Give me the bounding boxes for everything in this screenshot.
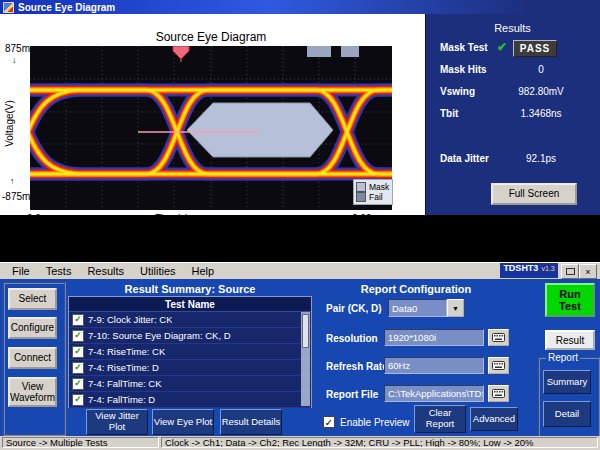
run-test-button[interactable]: Run Test [545,283,595,317]
view-jitter-plot-button[interactable]: View Jitter Plot [86,409,148,435]
result-button[interactable]: Result [545,330,595,350]
sidebar-select-button[interactable]: Select [8,288,57,310]
sidebar-configure-button[interactable]: Configure [8,317,57,339]
pass-check-icon: ✓ [72,394,84,406]
keyboard-icon [492,389,505,398]
report-file-field[interactable]: C:\TekApplications\TDSHT [384,385,484,402]
resolution-field[interactable]: 1920*1080i [384,329,484,346]
y-arrow-up-icon: ↑ [10,176,15,186]
status-config: Clock -> Ch1; Data -> Ch2; Rec Length ->… [161,437,598,448]
y-axis-max: 875m [5,43,30,54]
menu-item[interactable]: Utilities [132,264,183,278]
sidebar-connect-button[interactable]: Connect [8,347,57,369]
tbit-label: Tbit [440,108,458,119]
test-name: 7-4: RiseTime: D [88,362,159,373]
mask-legend-label: Mask [369,182,389,192]
eye-plot-area [30,46,392,210]
resolution-label: Resolution [326,333,378,344]
pass-check-icon: ✔ [497,40,507,54]
app-version-badge: TDSHT3 v1.3 [500,263,558,278]
fail-legend-swatch [356,192,366,202]
sidebar-view-waveform-button[interactable]: View Waveform [8,377,57,407]
pair-value: Data0 [388,299,447,317]
fail-legend-label: Fail [369,192,383,202]
plot-legend: Mask Fail [353,179,393,205]
mask-polygon [187,103,333,157]
close-icon: × [585,267,590,277]
report-file-label: Report File [326,389,378,400]
data-jitter-value: 92.1ps [503,153,579,164]
restore-icon [566,268,575,275]
menu-item[interactable]: Tests [38,264,80,278]
mask-test-label: Mask Test [440,42,488,53]
test-name: 7-10: Source Eye Diagram: CK, D [88,330,231,341]
report-file-keyboard-button[interactable] [488,385,509,402]
eye-plot-panel: Source Eye Diagram 875m ↓ Voltage(V) ↑ -… [0,14,425,215]
mask-hits-value: 0 [503,64,579,75]
window-title: Source Eye Diagram [18,2,115,13]
vswing-label: Vswing [440,86,475,97]
keyboard-icon [492,333,505,342]
restore-button[interactable] [561,264,579,279]
scrollbar-thumb[interactable] [302,314,309,348]
mask-hits-label: Mask Hits [440,64,487,75]
chevron-down-icon[interactable]: ▼ [447,299,464,317]
test-list: ✓ 7-9: Clock Jitter: CK ✓ 7-10: Source E… [69,312,311,408]
mask-test-status-badge: PASS [513,40,557,57]
pass-check-icon: ✓ [72,362,84,374]
close-button[interactable]: × [579,264,597,279]
app-name: TDSHT3 [503,263,538,273]
test-name: 7-9: Clock Jitter: CK [88,314,172,325]
summary-button[interactable]: Summary [543,370,591,394]
test-name: 7-4: FallTime: D [88,394,155,405]
enable-preview-checkbox[interactable]: ✓ [323,416,335,428]
advanced-button[interactable]: Advanced [470,407,518,431]
test-name: 7-4: RiseTime: CK [88,346,165,357]
pair-dropdown[interactable]: Data0 ▼ [388,299,464,317]
mask-legend-swatch [356,182,366,192]
app-version: v1.3 [541,265,554,272]
table-row[interactable]: ✓ 7-10: Source Eye Diagram: CK, D [69,328,311,344]
status-bar: Source -> Multiple Tests Clock -> Ch1; D… [0,436,600,450]
result-details-button[interactable]: Result Details [220,409,282,435]
mask-top-segment-2 [341,46,359,57]
test-name: 7-4: FallTime: CK [88,378,162,389]
plot-title: Source Eye Diagram [30,30,392,44]
pass-check-icon: ✓ [72,314,84,326]
tbit-value: 1.3468ns [503,108,579,119]
refresh-rate-label: Refresh Rate [326,361,388,372]
full-screen-button[interactable]: Full Screen [491,183,577,205]
test-results-table: Test Name ✓ 7-9: Clock Jitter: CK ✓ 7-10… [68,296,312,408]
mask-top-segment-1 [307,46,331,57]
y-axis-min: -875m [2,191,30,202]
pair-label: Pair (CK, D) [326,303,382,314]
menu-item[interactable]: File [4,264,38,278]
enable-preview-label: Enable Preview [340,417,409,428]
eye-window-titlebar[interactable]: Source Eye Diagram [0,0,600,14]
keyboard-icon [492,361,505,370]
result-summary-title: Result Summary: Source [70,283,310,295]
table-row[interactable]: ✓ 7-4: RiseTime: CK [69,344,311,360]
menu-item[interactable]: Results [79,264,132,278]
screen: Source Eye Diagram Source Eye Diagram 87… [0,0,600,450]
table-scrollbar[interactable] [301,312,310,406]
status-source: Source -> Multiple Tests [2,437,159,448]
view-eye-plot-button[interactable]: View Eye Plot [152,409,214,435]
refresh-rate-field[interactable]: 60Hz [384,357,484,374]
table-column-header: Test Name [69,297,311,312]
table-row[interactable]: ✓ 7-4: RiseTime: D [69,360,311,376]
y-axis-label: Voltage(V) [4,81,15,166]
pass-check-icon: ✓ [72,378,84,390]
window-icon [3,2,14,13]
table-row[interactable]: ✓ 7-4: FallTime: CK [69,376,311,392]
refresh-keyboard-button[interactable] [488,357,509,374]
pass-check-icon: ✓ [72,346,84,358]
resolution-keyboard-button[interactable] [488,329,509,346]
checkmark-icon: ✓ [325,417,333,428]
scope-screen-strip: Stopped 115 200 acqs RL:1.0k March 07, 2… [0,215,600,262]
table-row[interactable]: ✓ 7-4: FallTime: D [69,392,311,408]
table-row[interactable]: ✓ 7-9: Clock Jitter: CK [69,312,311,328]
detail-button[interactable]: Detail [543,401,591,427]
menu-item[interactable]: Help [184,264,223,278]
clear-report-button[interactable]: Clear Report [414,405,466,433]
